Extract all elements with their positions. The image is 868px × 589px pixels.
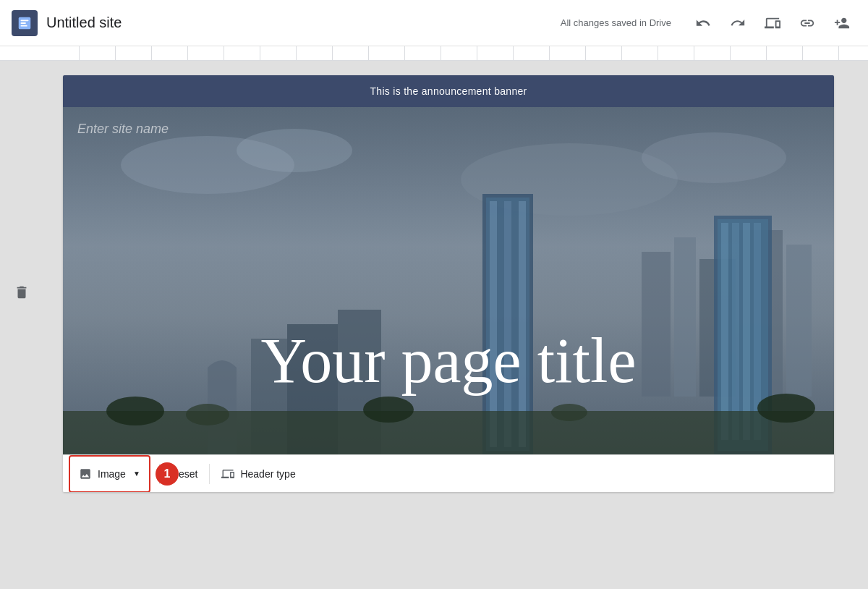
canvas-wrapper: This is the announcement banner — [43, 61, 868, 589]
app-logo — [12, 10, 38, 36]
svg-rect-28 — [63, 411, 834, 454]
toolbar-divider-2 — [209, 464, 210, 484]
delete-button[interactable] — [7, 278, 36, 307]
svg-point-33 — [757, 394, 815, 423]
svg-point-8 — [642, 132, 786, 183]
site-canvas: This is the announcement banner — [63, 75, 834, 492]
header-type-icon — [221, 467, 234, 480]
redo-button[interactable] — [723, 9, 752, 38]
copy-link-button[interactable] — [793, 9, 822, 38]
site-name-placeholder[interactable]: Enter site name — [77, 122, 169, 137]
svg-point-30 — [186, 404, 229, 425]
page-title: Untitled site — [46, 14, 561, 31]
image-btn-label: Image — [98, 468, 126, 480]
svg-rect-24 — [519, 201, 526, 447]
undo-button[interactable] — [689, 9, 718, 38]
hero-toolbar: Image ▼ 1 Reset Header type — [63, 454, 834, 492]
step-badge-1: 1 — [156, 462, 179, 486]
image-icon — [79, 467, 92, 480]
ruler — [0, 46, 868, 61]
dropdown-chevron-icon: ▼ — [133, 470, 140, 478]
hero-title: Your page title — [63, 326, 834, 397]
topbar-actions — [689, 9, 856, 38]
svg-rect-3 — [21, 25, 27, 26]
announcement-banner[interactable]: This is the announcement banner — [63, 75, 834, 107]
svg-point-31 — [363, 397, 414, 423]
svg-point-6 — [237, 129, 352, 172]
main-area: This is the announcement banner — [0, 61, 868, 589]
share-button[interactable] — [827, 9, 856, 38]
announcement-text: This is the announcement banner — [370, 85, 527, 97]
header-type-button[interactable]: Header type — [213, 461, 304, 487]
svg-rect-2 — [21, 22, 26, 24]
hero-section[interactable]: Enter site name Your page title — [63, 107, 834, 454]
svg-rect-22 — [490, 201, 497, 447]
sidebar — [0, 61, 43, 589]
save-status: All changes saved in Drive — [561, 17, 671, 28]
svg-point-29 — [106, 397, 164, 425]
svg-rect-23 — [504, 201, 511, 447]
image-button[interactable]: Image ▼ — [69, 455, 150, 493]
svg-point-32 — [551, 404, 587, 421]
preview-button[interactable] — [758, 9, 787, 38]
ruler-inner — [43, 46, 868, 60]
header-type-label: Header type — [240, 468, 295, 480]
topbar: Untitled site All changes saved in Drive — [0, 0, 868, 46]
city-skyline — [63, 107, 834, 454]
svg-rect-1 — [21, 20, 29, 21]
